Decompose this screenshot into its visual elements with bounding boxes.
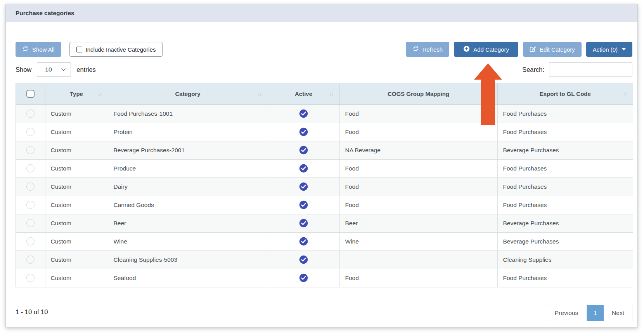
cell-gl-code: Food Purchases xyxy=(497,196,633,214)
add-category-button[interactable]: Add Category xyxy=(454,42,518,57)
table-body: CustomFood Purchases-1001FoodFood Purcha… xyxy=(16,104,633,287)
cell-category: Cleaning Supplies-5003 xyxy=(108,250,268,269)
refresh-button[interactable]: Refresh xyxy=(406,42,450,57)
cell-type: Custom xyxy=(45,196,108,214)
table-row: CustomSeafoodFoodFood Purchases xyxy=(16,269,633,287)
row-radio[interactable] xyxy=(26,274,35,282)
refresh-label: Refresh xyxy=(422,46,443,53)
cell-cogs-group: Food xyxy=(339,196,497,214)
action-dropdown-button[interactable]: Action (0) xyxy=(586,42,632,57)
cell-select xyxy=(16,159,45,177)
row-radio[interactable] xyxy=(26,183,35,191)
show-label: Show xyxy=(16,66,31,73)
purchase-categories-panel: Purchase categories Show All Include Ina… xyxy=(5,4,638,327)
cell-select xyxy=(16,196,45,214)
row-radio[interactable] xyxy=(26,201,35,209)
row-radio[interactable] xyxy=(26,146,35,154)
column-header-category[interactable]: Category↓↑ xyxy=(108,83,268,104)
column-header-select xyxy=(16,83,45,104)
cell-type: Custom xyxy=(45,269,108,287)
current-page-button[interactable]: 1 xyxy=(587,305,604,321)
cell-cogs-group: NA Beverage xyxy=(339,141,497,159)
active-check-icon xyxy=(299,109,308,118)
active-check-icon xyxy=(299,237,308,246)
active-check-icon xyxy=(299,273,308,282)
cell-cogs-group: Food xyxy=(339,123,497,141)
refresh-icon xyxy=(22,45,29,53)
cell-type: Custom xyxy=(45,177,108,196)
cell-gl-code: Food Purchases xyxy=(497,177,633,196)
pagination: Previous 1 Next xyxy=(546,305,632,321)
column-label: COGS Group Mapping xyxy=(388,90,449,97)
column-label: Active xyxy=(295,90,312,97)
column-header-gl[interactable]: Export to GL Code↓↑ xyxy=(497,83,633,104)
active-check-icon xyxy=(299,182,308,191)
cell-select xyxy=(16,269,45,287)
cell-gl-code: Beverage Purchases xyxy=(497,232,633,250)
previous-page-button[interactable]: Previous xyxy=(546,305,587,321)
cell-active xyxy=(268,214,339,232)
page-title: Purchase categories xyxy=(16,10,74,17)
entries-label: entries xyxy=(76,66,96,73)
categories-table: Type↓↑Category↓↑Active↓↑COGS Group Mappi… xyxy=(16,83,633,287)
cell-type: Custom xyxy=(45,104,108,123)
cell-active xyxy=(268,123,339,141)
cell-gl-code: Beverage Purchases xyxy=(497,141,633,159)
next-page-button[interactable]: Next xyxy=(604,305,632,321)
cell-active xyxy=(268,196,339,214)
refresh-icon xyxy=(412,45,419,53)
active-check-icon xyxy=(299,200,308,209)
sort-icon[interactable]: ↓↑ xyxy=(98,90,102,97)
plus-circle-icon xyxy=(463,45,470,53)
table-header: Type↓↑Category↓↑Active↓↑COGS Group Mappi… xyxy=(16,83,633,104)
active-check-icon xyxy=(299,255,308,264)
cell-category: Seafood xyxy=(108,269,268,287)
search-label: Search: xyxy=(522,66,544,73)
row-radio[interactable] xyxy=(26,164,35,172)
table-row: CustomCanned GoodsFoodFood Purchases xyxy=(16,196,633,214)
cell-select xyxy=(16,177,45,196)
cell-select xyxy=(16,141,45,159)
cell-category: Food Purchases-1001 xyxy=(108,104,268,123)
row-radio[interactable] xyxy=(26,219,35,227)
cell-category: Protein xyxy=(108,123,268,141)
cell-category: Beer xyxy=(108,214,268,232)
column-label: Type xyxy=(70,90,83,97)
results-count: 1 - 10 of 10 xyxy=(16,308,48,316)
row-radio[interactable] xyxy=(26,128,35,136)
column-label: Export to GL Code xyxy=(540,90,591,97)
include-inactive-checkbox[interactable] xyxy=(76,47,82,52)
controls-row: Show 10 entries Search: xyxy=(16,62,632,77)
table-row: CustomFood Purchases-1001FoodFood Purcha… xyxy=(16,104,633,123)
toolbar-left: Show All Include Inactive Categories xyxy=(16,42,163,57)
table-row: CustomProteinFoodFood Purchases xyxy=(16,123,633,141)
cell-active xyxy=(268,141,339,159)
row-radio[interactable] xyxy=(26,110,35,118)
cell-type: Custom xyxy=(45,232,108,250)
cell-type: Custom xyxy=(45,141,108,159)
include-inactive-label: Include Inactive Categories xyxy=(86,46,156,53)
page-size-select[interactable]: 10 xyxy=(37,62,71,77)
cell-cogs-group xyxy=(339,250,497,269)
cell-category: Produce xyxy=(108,159,268,177)
edit-category-button[interactable]: Edit Category xyxy=(523,42,582,57)
column-header-active[interactable]: Active↓↑ xyxy=(268,83,339,104)
select-all-checkbox[interactable] xyxy=(26,90,35,98)
cell-select xyxy=(16,104,45,123)
search-control: Search: xyxy=(522,62,632,77)
include-inactive-toggle[interactable]: Include Inactive Categories xyxy=(69,42,163,57)
row-radio[interactable] xyxy=(26,237,35,245)
row-radio[interactable] xyxy=(26,256,35,264)
show-all-label: Show All xyxy=(32,46,55,53)
cell-type: Custom xyxy=(45,123,108,141)
search-input[interactable] xyxy=(549,62,632,77)
sort-icon[interactable]: ↓↑ xyxy=(329,90,334,97)
show-all-button[interactable]: Show All xyxy=(16,42,61,57)
column-header-type[interactable]: Type↓↑ xyxy=(45,83,108,104)
cell-cogs-group: Food xyxy=(339,159,497,177)
sort-icon[interactable]: ↓↑ xyxy=(258,90,262,97)
cell-category: Wine xyxy=(108,232,268,250)
sort-icon[interactable]: ↓↑ xyxy=(623,90,627,97)
edit-pencil-icon xyxy=(530,45,536,53)
page-size-value: 10 xyxy=(45,66,52,73)
